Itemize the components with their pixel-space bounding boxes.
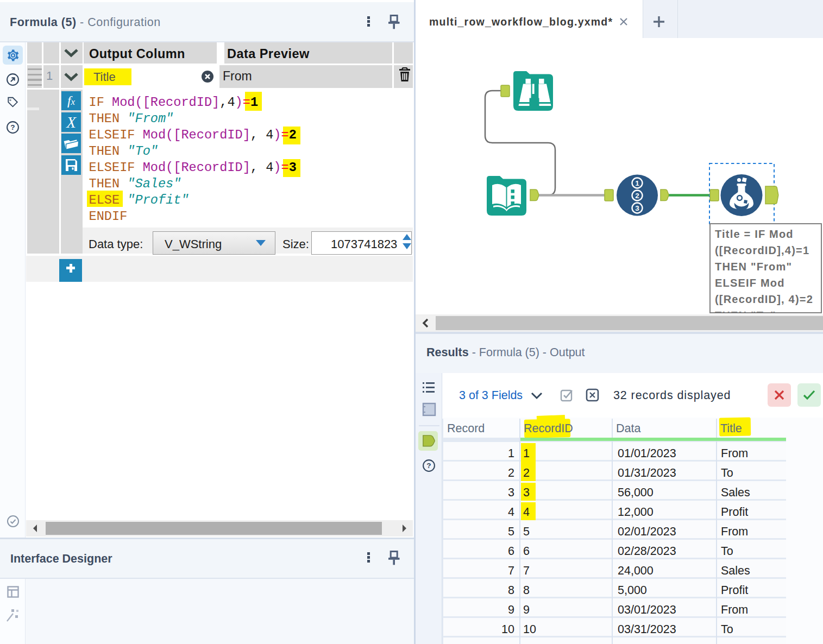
svg-text:1: 1	[635, 179, 639, 187]
svg-text:?: ?	[426, 462, 431, 470]
svg-text:2: 2	[635, 192, 639, 200]
svg-text:?: ?	[10, 123, 15, 131]
svg-text:3: 3	[635, 204, 639, 212]
